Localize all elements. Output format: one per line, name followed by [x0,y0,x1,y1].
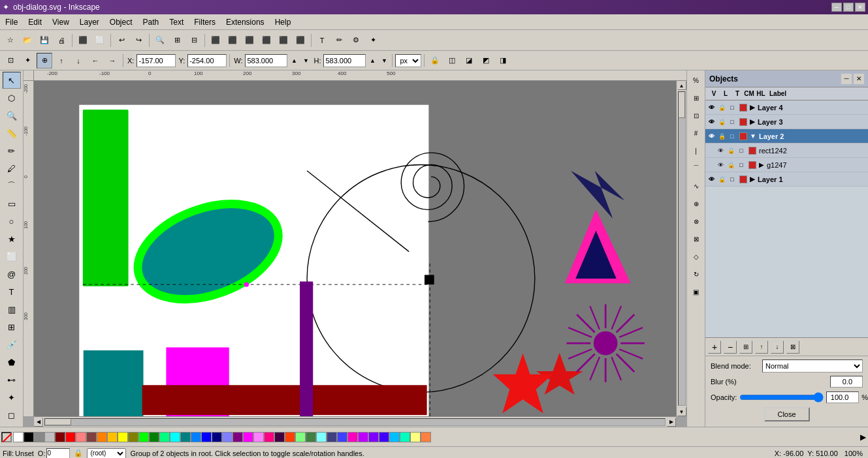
obj-action3[interactable]: ↓ [771,341,784,354]
color-blue[interactable] [201,432,212,442]
color-salmon[interactable] [76,432,86,442]
color-light-cyan[interactable] [316,432,327,442]
zoom-button[interactable]: 🔍 [152,33,168,48]
snap6[interactable]: ← [88,53,103,69]
color-hot-pink[interactable] [264,432,274,442]
color-deep-blue[interactable] [379,432,389,442]
print-button[interactable]: 🖨 [54,33,69,48]
panel-collapse[interactable]: ─ [841,74,852,84]
transform2[interactable]: ◪ [461,53,477,69]
menu-filters[interactable]: Filters [189,14,221,29]
lock-icon-1[interactable]: 🔒 [717,176,726,183]
rect1242-row[interactable]: 👁 🔒 □ rect1242 [705,144,868,158]
menu-layer[interactable]: Layer [74,14,104,29]
align-middle[interactable]: ⬛ [276,33,291,48]
eye-icon-g[interactable]: 👁 [716,162,725,168]
snap-bbox[interactable]: ⊞ [687,89,705,106]
menu-view[interactable]: View [47,14,74,29]
spiral-tool[interactable]: @ [3,266,21,282]
scrollbar-vertical[interactable]: ▲ ▼ [676,81,686,416]
eye-icon-1[interactable]: 👁 [707,176,716,183]
color-navy[interactable] [212,432,222,442]
pen-tool[interactable]: 🖊 [3,160,21,177]
color-azure[interactable] [191,432,201,442]
menu-path[interactable]: Path [138,14,165,29]
color-indigo[interactable] [368,432,379,442]
measure-tool[interactable]: 📏 [3,125,21,142]
g1247-row[interactable]: 👁 🔒 □ ▶ g1247 [705,158,868,172]
calligraphy-tool[interactable]: ⌒ [3,177,21,194]
export-button[interactable]: ⬜ [92,33,108,48]
eye-icon-rect[interactable]: 👁 [716,147,725,154]
align-top[interactable]: ⬛ [259,33,274,48]
gradient-tool[interactable]: ▥ [3,301,21,318]
eye-icon-3[interactable]: 👁 [707,119,716,125]
opacity-stat-input[interactable] [46,448,70,459]
snap4[interactable]: ↑ [54,53,69,69]
mesh-tool[interactable]: ⊞ [3,318,21,335]
opacity-input[interactable] [826,391,859,403]
save-button[interactable]: 💾 [37,33,52,48]
color-sky[interactable] [389,432,400,442]
snap-corner[interactable]: ⊠ [687,230,705,247]
color-rose[interactable] [347,432,358,442]
color-lime[interactable] [138,432,149,442]
color-teal[interactable] [180,432,191,442]
menu-help[interactable]: Help [270,14,297,29]
star-tool[interactable]: ★ [3,230,21,247]
eye-icon-4[interactable]: 👁 [707,104,716,111]
snap-grid[interactable]: # [687,125,705,142]
snap-mid[interactable]: ⊕ [687,195,705,212]
y-input[interactable] [187,54,227,67]
menu-edit[interactable]: Edit [23,14,47,29]
blur-input[interactable] [830,376,863,388]
color-cyan[interactable] [170,432,180,442]
align-left[interactable]: ⬛ [208,33,223,48]
minimize-button[interactable]: ─ [831,3,842,12]
remove-layer-button[interactable]: − [724,341,737,354]
transform3[interactable]: ◩ [478,53,494,69]
x-input[interactable] [137,54,176,67]
color-violet[interactable] [358,432,368,442]
more-btn[interactable]: ✦ [365,33,381,48]
h-up[interactable]: ▲ [367,53,378,69]
close-button[interactable]: Close [764,407,810,421]
zoom-tool[interactable]: 🔍 [3,107,21,124]
group-button[interactable]: ⊞ [169,33,185,48]
select-tool[interactable]: ↖ [3,72,21,89]
color-brown[interactable] [86,432,97,442]
connector-tool[interactable]: ⊷ [3,371,21,388]
lock-icon-2[interactable]: 🔒 [717,133,726,140]
layer-4-row[interactable]: 👁 🔒 □ ▶ Layer 4 [705,100,868,115]
color-peach[interactable] [421,432,431,442]
layer-1-row[interactable]: 👁 🔒 □ ▶ Layer 1 [705,172,868,187]
add-layer-button[interactable]: + [708,341,721,354]
import-button[interactable]: ⬛ [75,33,91,48]
snap5[interactable]: ↓ [71,53,86,69]
h-input[interactable] [323,54,366,67]
snap2[interactable]: ✦ [20,53,35,69]
layer-select[interactable]: (root) [87,448,126,459]
redo-button[interactable]: ↪ [131,33,146,48]
color-periwinkle[interactable] [222,432,233,442]
obj-action2[interactable]: ↑ [755,341,768,354]
drawing-area[interactable] [34,81,676,416]
g1247-expand[interactable]: ▶ [759,161,764,168]
color-slate[interactable] [327,432,337,442]
color-olive[interactable] [128,432,138,442]
snap7[interactable]: → [104,53,120,69]
ungroup-button[interactable]: ⊟ [186,33,202,48]
eye-icon-2[interactable]: 👁 [707,133,716,140]
color-red[interactable] [65,432,76,442]
align-right[interactable]: ⬛ [242,33,257,48]
snap-path[interactable]: ⌒ [687,160,705,177]
color-orange[interactable] [97,432,107,442]
maximize-button[interactable]: □ [843,3,854,12]
w-down[interactable]: ▼ [300,53,311,69]
paint-bucket-tool[interactable]: ⬟ [3,354,21,371]
snap1[interactable]: ⊡ [3,53,18,69]
color-amber[interactable] [107,432,118,442]
pencil-btn[interactable]: ✏ [331,33,347,48]
lock-icon-g[interactable]: 🔒 [726,162,735,168]
color-magenta[interactable] [243,432,253,442]
